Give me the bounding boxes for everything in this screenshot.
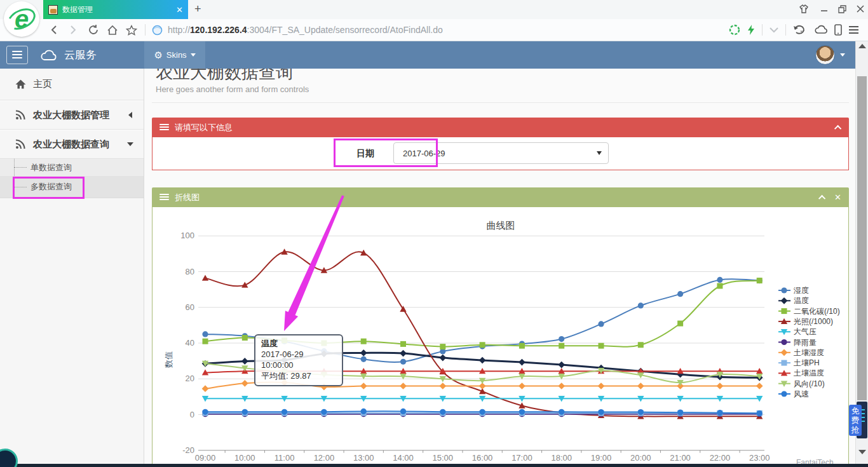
browser-toolbar: http://120.192.226.4:3004/FT_SA_Update/s… (0, 19, 868, 41)
cloud-icon (39, 49, 58, 62)
chevron-down-icon (191, 53, 196, 57)
svg-text:22:00: 22:00 (710, 453, 731, 463)
svg-text:风速: 风速 (794, 389, 809, 398)
speed-bolt-icon[interactable] (747, 24, 756, 36)
svg-text:10:00: 10:00 (234, 453, 255, 463)
new-tab-button[interactable]: + (194, 3, 201, 16)
tree-line (14, 167, 27, 168)
page-scrollbar[interactable] (855, 41, 868, 467)
svg-text:湿度: 湿度 (793, 286, 809, 295)
svg-text:降雨量: 降雨量 (794, 338, 817, 347)
svg-text:80: 80 (186, 267, 194, 276)
mobile-icon[interactable] (834, 24, 842, 36)
skin-shirt-icon[interactable] (797, 4, 810, 14)
gear-icon: ⚙ (154, 50, 162, 61)
promo-badge[interactable]: 免费抢 (849, 405, 862, 436)
scrollbar-thumb[interactable] (857, 76, 867, 400)
menu-icon[interactable] (848, 25, 859, 34)
svg-text:16:00: 16:00 (472, 453, 493, 463)
select-arrow-icon (597, 151, 602, 155)
forward-icon[interactable] (69, 25, 78, 35)
svg-text:19:00: 19:00 (591, 453, 612, 463)
svg-text:曲线图: 曲线图 (487, 220, 515, 231)
toolbar-expand-icon[interactable] (769, 25, 779, 35)
cloud-sync-icon[interactable] (814, 25, 828, 35)
sidebar-subitem-single-query[interactable]: 单数据查询 (0, 159, 144, 176)
form-panel-body: 日期 2017-06-29 (152, 137, 849, 170)
sidebar-item-data-manage[interactable]: 农业大棚数据管理 (0, 100, 144, 130)
svg-text:温度: 温度 (794, 296, 809, 305)
page-title: 农业大棚数据查询 (156, 69, 293, 84)
annotation-box-date (334, 139, 438, 167)
page: e 数据管理 ✕ + http://120.192.226.4:3004/FT_… (0, 0, 868, 467)
svg-text:大气压: 大气压 (794, 327, 817, 336)
svg-text:20: 20 (186, 374, 194, 383)
site-globe-icon (152, 25, 163, 36)
sidebar-item-data-query[interactable]: 农业大棚数据查询 (0, 130, 144, 159)
url-protocol: http:// (168, 25, 190, 35)
svg-text:数值: 数值 (164, 351, 173, 369)
tooltip-series: 温度 (261, 339, 336, 349)
browser-logo[interactable]: e (4, 1, 39, 37)
minimize-icon[interactable] (820, 5, 828, 13)
favorite-star-icon[interactable] (126, 25, 137, 36)
chart-panel: 折线图 ✕ 曲线图数值100806040200-2009:0010:0011:0… (152, 187, 849, 467)
address-bar[interactable]: http://120.192.226.4:3004/FT_SA_Update/s… (152, 25, 729, 36)
chevron-left-icon (128, 112, 132, 118)
svg-text:100: 100 (180, 231, 194, 240)
svg-text:二氧化碳(/10): 二氧化碳(/10) (794, 307, 840, 316)
svg-text:光照(/1000): 光照(/1000) (794, 317, 833, 326)
svg-text:18:00: 18:00 (551, 453, 572, 463)
close-panel-icon[interactable]: ✕ (834, 193, 841, 202)
svg-text:09:00: 09:00 (195, 453, 216, 463)
url-path: :3004/FT_SA_Update/sensorrecord/AtoFindA… (247, 25, 443, 35)
sidebar-toggle-button[interactable] (6, 46, 28, 64)
scroll-down-icon[interactable] (858, 450, 866, 454)
scroll-up-icon[interactable] (858, 44, 866, 48)
browser-tab[interactable]: 数据管理 ✕ (43, 0, 188, 19)
home-icon (15, 79, 26, 89)
svg-text:40: 40 (186, 338, 194, 348)
page-subtitle: Here goes another form and form controls (156, 85, 309, 94)
skins-label: Skins (166, 50, 187, 60)
sidebar-subitem-label: 单数据查询 (31, 162, 72, 173)
chart-tooltip: 温度 2017-06-29 10:00:00 平均值: 29.87 (254, 334, 343, 386)
tab-favicon (48, 5, 58, 15)
chart-legend (778, 287, 790, 396)
close-window-icon[interactable] (857, 5, 864, 13)
refresh-icon[interactable] (88, 24, 99, 36)
skins-menu[interactable]: ⚙ Skins (144, 41, 205, 69)
svg-text:21:00: 21:00 (670, 453, 691, 463)
user-menu-chevron-icon[interactable] (840, 53, 845, 57)
screenshot-icon[interactable] (729, 24, 740, 36)
svg-text:土壤湿度: 土壤湿度 (794, 348, 824, 357)
svg-text:17:00: 17:00 (512, 453, 532, 463)
panel-menu-icon (159, 194, 169, 201)
svg-text:风向(/10): 风向(/10) (794, 379, 825, 388)
user-avatar[interactable] (815, 45, 835, 65)
svg-text:60: 60 (186, 302, 194, 312)
sidebar-item-label: 农业大棚数据管理 (33, 109, 109, 121)
svg-text:11:00: 11:00 (275, 453, 295, 463)
brand-label: 云服务 (64, 48, 97, 62)
chart-panel-header[interactable]: 折线图 ✕ (152, 187, 849, 207)
restore-icon[interactable] (838, 5, 846, 13)
svg-text:土壤温度: 土壤温度 (794, 369, 824, 377)
tab-title: 数据管理 (62, 4, 176, 15)
svg-text:土壤PH: 土壤PH (794, 358, 820, 367)
form-panel-header[interactable]: 请填写以下信息 (152, 118, 849, 137)
sidebar-item-home[interactable]: 主页 (0, 69, 144, 100)
rss-icon (15, 139, 25, 149)
back-icon[interactable] (50, 25, 58, 35)
svg-text:0: 0 (190, 410, 194, 419)
home-icon[interactable] (107, 25, 118, 36)
svg-text:20:00: 20:00 (630, 453, 651, 463)
svg-text:15:00: 15:00 (433, 453, 454, 463)
url-host: 120.192.226.4 (190, 25, 247, 35)
svg-text:-20: -20 (182, 445, 194, 455)
undo-icon[interactable] (792, 24, 808, 36)
tab-close-icon[interactable]: ✕ (176, 5, 183, 15)
chevron-down-icon (127, 142, 133, 146)
svg-text:13:00: 13:00 (353, 453, 374, 463)
main-content: 农业大棚数据查询 Here goes another form and form… (144, 69, 855, 467)
